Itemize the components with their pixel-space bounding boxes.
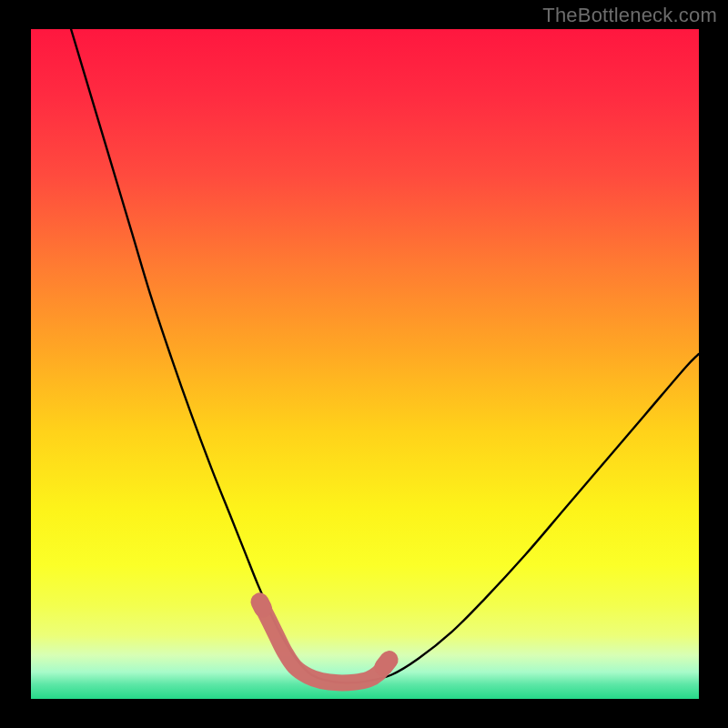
watermark-text: TheBottleneck.com <box>542 4 717 27</box>
plot-area <box>31 29 699 699</box>
gradient-background <box>31 29 699 699</box>
chart-svg <box>31 29 699 699</box>
outer-frame: TheBottleneck.com <box>0 0 728 728</box>
